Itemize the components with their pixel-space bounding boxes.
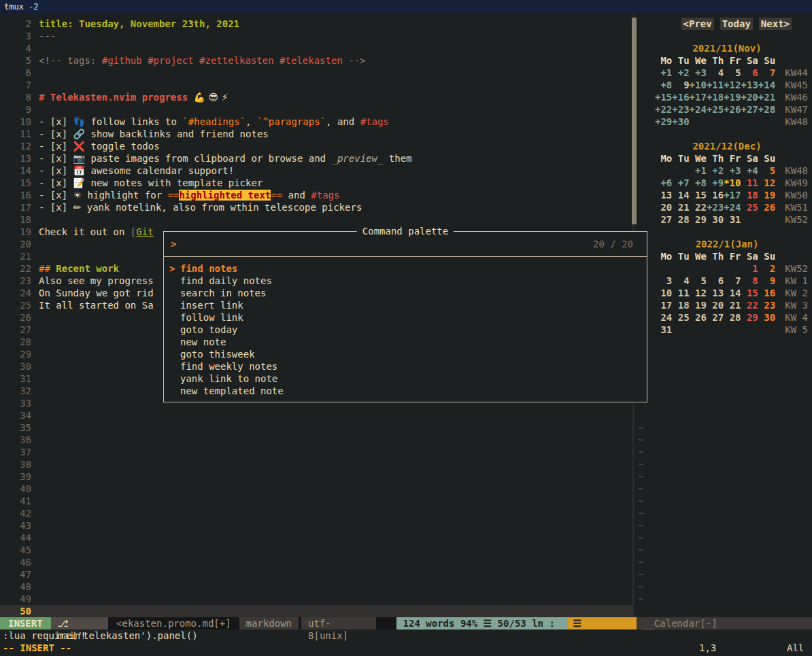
editor-line[interactable]: 14- [x] 📅 awesome calendar support! (0, 165, 632, 177)
editor-line[interactable]: 10- [x] 👣 follow links to `#headings`, `… (0, 116, 632, 128)
calendar-day[interactable]: +8 (655, 79, 672, 91)
calendar-day[interactable]: 26 (758, 201, 775, 213)
editor-line[interactable]: 38 (0, 458, 632, 470)
palette-item[interactable]: new templated note (164, 385, 647, 397)
editor-line[interactable]: 18 (0, 213, 632, 226)
editor-line[interactable]: 39 (0, 470, 632, 483)
editor-line[interactable]: 9 (0, 103, 632, 116)
calendar-day[interactable]: 24 (655, 311, 672, 324)
editor-line[interactable]: 6 (0, 67, 632, 79)
calendar-day[interactable]: 19 (690, 299, 707, 311)
editor-line[interactable]: 34 (0, 409, 632, 421)
editor-line[interactable]: 37 (0, 446, 632, 458)
calendar-day[interactable]: 13 (707, 287, 724, 299)
editor-line[interactable]: 17- [x] ✏ yank notelink, also from wthin… (0, 201, 632, 213)
editor-line[interactable]: 48 (0, 581, 632, 593)
editor-line[interactable]: 42 (0, 507, 632, 519)
palette-item[interactable]: follow link (164, 311, 647, 324)
calendar-day[interactable]: 26 (690, 311, 707, 324)
calendar-day[interactable]: +6 (655, 177, 672, 189)
calendar-day[interactable]: 16 (758, 287, 775, 299)
calendar-day[interactable]: 3 (655, 275, 672, 287)
calendar-day[interactable]: +19 (724, 91, 741, 103)
editor-line[interactable]: 11- [x] 🔗 show backlinks and friend note… (0, 128, 632, 140)
calendar-day[interactable]: 27 (707, 311, 724, 324)
calendar-day[interactable]: +9 (707, 177, 724, 189)
calendar-day[interactable]: 23 (758, 299, 775, 311)
palette-item[interactable]: search in notes (164, 287, 647, 299)
calendar-day[interactable]: 9 (758, 275, 775, 287)
calendar-day[interactable]: 19 (758, 189, 775, 201)
calendar-day[interactable]: 18 (672, 299, 689, 311)
calendar-day[interactable]: 20 (707, 299, 724, 311)
calendar-day[interactable]: 27 (655, 213, 672, 226)
calendar-day[interactable]: +24 (690, 103, 707, 116)
calendar-day[interactable]: 20 (655, 201, 672, 213)
calendar-day[interactable]: 11 (672, 287, 689, 299)
calendar-day[interactable]: +14 (758, 79, 775, 91)
calendar-day[interactable]: 12 (758, 177, 775, 189)
calendar-day[interactable]: 10 (655, 287, 672, 299)
editor-line[interactable]: 43 (0, 519, 632, 532)
calendar-next-button[interactable]: Next> (759, 18, 792, 30)
calendar-day[interactable]: 22 (690, 201, 707, 213)
calendar-day[interactable]: 12 (690, 287, 707, 299)
editor-line[interactable]: 8# Telekasten.nvim progress 💪 😎 ⚡ (0, 91, 632, 103)
scrollbar-thumb[interactable] (632, 18, 637, 224)
palette-item[interactable]: goto today (164, 324, 647, 336)
calendar-day[interactable]: +15 (655, 91, 672, 103)
calendar-day[interactable]: 11 (741, 177, 758, 189)
calendar-day[interactable]: +13 (741, 79, 758, 91)
calendar-day[interactable]: 21 (724, 299, 741, 311)
calendar-day[interactable]: 17 (655, 299, 672, 311)
calendar-day[interactable]: +23 (672, 103, 689, 116)
calendar-day[interactable]: +3 (724, 165, 741, 177)
calendar-day[interactable]: +28 (758, 103, 775, 116)
prompt-input[interactable] (176, 238, 593, 250)
calendar-day[interactable]: +1 (655, 67, 672, 79)
calendar-day[interactable]: +22 (655, 103, 672, 116)
calendar-day[interactable]: +21 (758, 91, 775, 103)
command-line[interactable]: :lua require('telekasten').panel() (0, 629, 812, 642)
editor-line[interactable]: 35 (0, 421, 632, 434)
editor-line[interactable]: 5<!-- tags: #github #project #zettelkast… (0, 54, 632, 67)
editor-line[interactable]: 47 (0, 568, 632, 581)
palette-item[interactable]: >find notes (164, 262, 647, 275)
calendar-day[interactable]: 31 (724, 213, 741, 226)
calendar-day[interactable]: 29 (741, 311, 758, 324)
calendar-day[interactable]: +12 (724, 79, 741, 91)
editor-line[interactable]: 45 (0, 544, 632, 556)
calendar-day[interactable]: +16 (672, 91, 689, 103)
palette-prompt-row[interactable]: > 20 / 20 (164, 238, 647, 250)
calendar-day[interactable]: +11 (707, 79, 724, 91)
editor-line[interactable]: 41 (0, 495, 632, 507)
calendar-day[interactable]: 15 (690, 189, 707, 201)
editor-line[interactable]: 15- [x] 📝 new notes with template picker (0, 177, 632, 189)
calendar-day[interactable]: 21 (672, 201, 689, 213)
editor-line[interactable]: 46 (0, 556, 632, 568)
calendar-day[interactable]: 4 (672, 275, 689, 287)
calendar-day[interactable]: 5 (690, 275, 707, 287)
calendar-day[interactable]: +8 (690, 177, 707, 189)
calendar-day[interactable]: 1 (741, 262, 758, 275)
calendar-day[interactable]: 28 (724, 311, 741, 324)
calendar-day[interactable]: +17 (690, 91, 707, 103)
calendar-day[interactable]: 28 (672, 213, 689, 226)
calendar-day[interactable]: 13 (655, 189, 672, 201)
calendar-day[interactable]: 31 (655, 324, 672, 336)
palette-item[interactable]: find daily notes (164, 275, 647, 287)
calendar-day[interactable]: +17 (724, 189, 741, 201)
calendar-day[interactable]: +23 (707, 201, 724, 213)
calendar-today-button[interactable]: Today (720, 18, 753, 30)
editor-line[interactable]: 50 (0, 605, 632, 617)
palette-item[interactable]: yank link to note (164, 373, 647, 385)
calendar-day[interactable]: 18 (741, 189, 758, 201)
calendar-day[interactable]: 5 (724, 67, 741, 79)
calendar-day[interactable]: +20 (741, 91, 758, 103)
calendar-day[interactable]: 8 (741, 275, 758, 287)
calendar-day[interactable]: +1 (690, 165, 707, 177)
calendar-day[interactable]: 25 (672, 311, 689, 324)
palette-item[interactable]: new note (164, 336, 647, 348)
calendar-day[interactable]: +4 (741, 165, 758, 177)
calendar-day[interactable]: 14 (724, 287, 741, 299)
